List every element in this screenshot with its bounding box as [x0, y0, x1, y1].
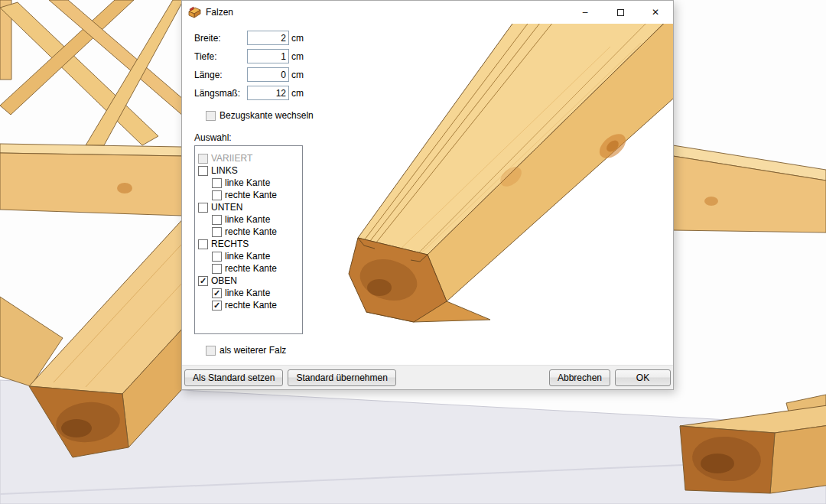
- tree-item-rechte-kante[interactable]: rechte Kante: [195, 226, 302, 238]
- tree-item-rechte-kante[interactable]: rechte Kante: [195, 262, 302, 275]
- tree-item-label: linke Kante: [225, 251, 270, 262]
- field-row-tiefe: Tiefe:cm: [194, 49, 337, 63]
- field-unit-breite: cm: [291, 33, 304, 44]
- field-input-tiefe[interactable]: [247, 49, 289, 63]
- tree-item-label: UNTEN: [211, 202, 242, 213]
- field-label-breite: Breite:: [194, 33, 247, 44]
- field-input-breite[interactable]: [247, 31, 289, 45]
- weiterer-falz-label: als weiterer Falz: [220, 345, 286, 356]
- maximize-button[interactable]: [603, 1, 638, 24]
- auswahl-label: Auswahl:: [194, 132, 337, 143]
- dialog-title: Falzen: [206, 7, 233, 18]
- tree-item-label: LINKS: [211, 165, 238, 176]
- tree-item-rechte-kante[interactable]: ✓rechte Kante: [195, 299, 302, 311]
- checkbox[interactable]: [198, 203, 208, 213]
- checkbox[interactable]: ✓: [212, 288, 222, 298]
- falzen-dialog-icon: [188, 6, 201, 18]
- tree-item-linke-kante[interactable]: ✓linke Kante: [195, 287, 302, 299]
- field-unit-laenge: cm: [291, 70, 304, 80]
- dialog-button-bar: Als Standard setzen Standard übernehmen …: [182, 365, 673, 389]
- field-unit-tiefe: cm: [291, 51, 304, 62]
- tree-item-label: VARIIERT: [211, 153, 252, 164]
- checkbox[interactable]: [212, 190, 222, 200]
- bezugskante-checkbox[interactable]: [206, 111, 216, 121]
- checkbox[interactable]: ✓: [212, 301, 222, 311]
- tree-item-oben[interactable]: ✓OBEN: [195, 275, 302, 287]
- close-button[interactable]: ✕: [638, 1, 673, 24]
- checkbox[interactable]: [212, 178, 222, 188]
- field-input-laenge[interactable]: [247, 67, 289, 82]
- app-viewport: Falzen – ✕: [0, 0, 826, 504]
- tree-item-label: rechte Kante: [225, 226, 277, 237]
- tree-item-label: linke Kante: [225, 214, 270, 225]
- tree-item-label: RECHTS: [211, 239, 249, 249]
- roof-truss: [0, 0, 184, 145]
- checkbox[interactable]: [198, 154, 208, 164]
- close-icon: ✕: [652, 7, 659, 18]
- tree-item-unten[interactable]: UNTEN: [195, 201, 302, 213]
- minimize-icon: –: [583, 7, 588, 18]
- bezugskante-label: Bezugskante wechseln: [220, 110, 314, 121]
- checkbox[interactable]: [212, 215, 222, 225]
- weiterer-falz-checkbox[interactable]: [206, 346, 216, 356]
- auswahl-tree[interactable]: VARIIERTLINKSlinke Kanterechte KanteUNTE…: [194, 145, 303, 334]
- window-controls: – ✕: [567, 1, 673, 24]
- tree-item-label: rechte Kante: [225, 300, 277, 311]
- checkbox[interactable]: [212, 227, 222, 237]
- field-input-laengsmass[interactable]: [247, 86, 289, 100]
- field-row-laenge: Länge:cm: [194, 67, 337, 82]
- tree-item-rechte-kante[interactable]: rechte Kante: [195, 189, 302, 201]
- bezugskante-row[interactable]: Bezugskante wechseln: [206, 110, 337, 121]
- maximize-icon: [617, 9, 624, 16]
- checkbox[interactable]: [212, 252, 222, 262]
- checkbox[interactable]: [212, 264, 222, 274]
- falzen-dialog: Falzen – ✕: [181, 0, 674, 390]
- dialog-titlebar[interactable]: Falzen – ✕: [182, 1, 673, 24]
- field-row-breite: Breite:cm: [194, 31, 337, 45]
- field-unit-laengsmass: cm: [291, 88, 304, 99]
- weiterer-falz-row[interactable]: als weiterer Falz: [206, 345, 337, 356]
- checkbox[interactable]: ✓: [198, 276, 208, 286]
- left-horizontal-beam: [0, 144, 182, 216]
- checkbox[interactable]: [198, 166, 208, 176]
- tree-item-label: linke Kante: [225, 288, 270, 298]
- ok-button[interactable]: OK: [615, 369, 671, 386]
- field-label-tiefe: Tiefe:: [194, 51, 247, 62]
- tree-item-linke-kante[interactable]: linke Kante: [195, 177, 302, 189]
- tree-item-label: rechte Kante: [225, 263, 277, 274]
- tree-item-label: rechte Kante: [225, 190, 277, 200]
- tree-item-rechts[interactable]: RECHTS: [195, 238, 302, 250]
- fields: Breite:cmTiefe:cmLänge:cmLängsmaß:cm: [194, 31, 337, 100]
- standard-uebernehmen-button[interactable]: Standard übernehmen: [288, 369, 395, 386]
- field-row-laengsmass: Längsmaß:cm: [194, 86, 337, 100]
- right-horizontal-beam: [673, 145, 826, 232]
- tree-item-label: linke Kante: [225, 177, 270, 188]
- minimize-button[interactable]: –: [567, 1, 603, 24]
- als-standard-setzen-button[interactable]: Als Standard setzen: [184, 369, 283, 386]
- dialog-body: Breite:cmTiefe:cmLänge:cmLängsmaß:cm Bez…: [182, 24, 673, 365]
- dialog-controls: Breite:cmTiefe:cmLänge:cmLängsmaß:cm Bez…: [194, 24, 337, 356]
- checkbox[interactable]: [198, 239, 208, 249]
- field-label-laenge: Länge:: [194, 70, 247, 80]
- tree-item-links[interactable]: LINKS: [195, 164, 302, 177]
- abbrechen-button[interactable]: Abbrechen: [549, 369, 610, 386]
- tree-item-variiert[interactable]: VARIIERT: [195, 152, 302, 164]
- tree-item-linke-kante[interactable]: linke Kante: [195, 213, 302, 226]
- right-diagonal-beam: [680, 405, 826, 493]
- tree-item-linke-kante[interactable]: linke Kante: [195, 250, 302, 262]
- tree-item-label: OBEN: [211, 275, 237, 286]
- field-label-laengsmass: Längsmaß:: [194, 88, 247, 99]
